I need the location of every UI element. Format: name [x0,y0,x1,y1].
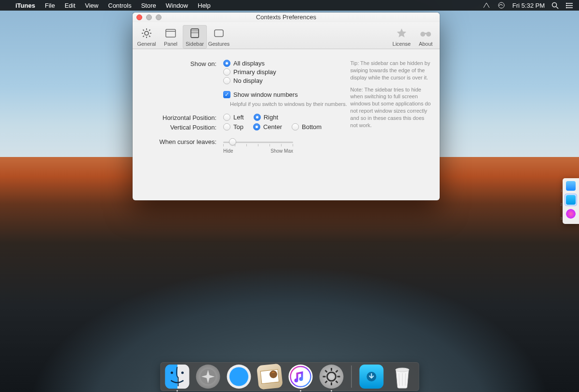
sidebar-icon [189,27,201,39]
trash-icon [392,365,412,389]
radio-vpos-center[interactable]: Center [253,123,282,131]
contexts-item-itunes[interactable]: 3 [565,208,577,220]
tab-license[interactable]: License [390,25,414,49]
tab-label: Panel [164,41,177,47]
svg-point-29 [181,372,184,374]
radio-label: No display [233,77,263,84]
binoculars-icon [419,27,432,39]
tips-panel: Tip: The sidebar can be hidden by swipin… [350,60,431,156]
slider-max-label: Show Max [270,148,293,154]
radio-no-display[interactable]: No display [223,77,276,84]
menubar-item-edit[interactable]: Edit [60,2,80,9]
slider-min-label: Hide [223,148,233,154]
menubar-item-view[interactable]: View [80,2,103,9]
menubar-item-store[interactable]: Store [136,2,161,9]
hpos-label: Horizontal Position: [141,114,223,121]
radio-dot-icon [223,114,230,121]
checkbox-label: Show window numbers [233,91,298,98]
radio-dot-icon [254,114,261,121]
creative-cloud-icon[interactable] [497,2,506,9]
radio-dot-icon [223,123,230,131]
contexts-item-finder[interactable]: 1 [565,180,577,192]
radio-primary-display[interactable]: Primary display [223,68,276,76]
menubar-item-help[interactable]: Help [193,2,215,9]
dock-downloads[interactable] [359,365,383,389]
dock-itunes[interactable] [288,365,312,389]
svg-line-45 [336,370,337,372]
radio-vpos-bottom[interactable]: Bottom [292,123,322,131]
svg-point-7 [566,5,567,6]
svg-rect-26 [424,33,427,34]
notification-center-icon[interactable] [566,2,573,9]
contexts-sidebar[interactable]: 1 2 3 [563,178,579,224]
dock-launchpad[interactable] [196,365,220,389]
svg-line-17 [149,30,150,31]
menubar-item-controls[interactable]: Controls [103,2,136,9]
dock-mail[interactable] [256,364,283,390]
downloads-icon [364,369,378,384]
radio-label: Bottom [302,123,322,131]
tab-label: Gestures [208,41,230,47]
radio-all-displays[interactable]: All displays [223,60,276,67]
tab-panel[interactable]: Panel [159,25,183,49]
radio-hpos-left[interactable]: Left [223,114,244,121]
radio-dot-icon [223,60,230,67]
running-indicator-icon [176,390,178,392]
show-on-label: Show on: [141,60,223,67]
window-minimize-button[interactable] [146,14,152,20]
contexts-item-contexts[interactable]: 2 [565,194,577,206]
preferences-window: Contexts Preferences General Panel Sideb… [133,13,440,200]
tab-sidebar[interactable]: Sidebar [183,25,207,49]
panel-icon [164,27,177,39]
svg-rect-20 [191,29,199,38]
menubar: iTunes File Edit View Controls Store Win… [0,0,579,11]
radio-hpos-right[interactable]: Right [254,114,278,121]
finder-icon [165,365,189,389]
dock-finder[interactable] [165,365,189,389]
slider-thumb[interactable] [229,138,236,145]
window-title: Contexts Preferences [256,13,316,21]
menu-extra-icon[interactable] [483,2,490,9]
itunes-icon [289,366,311,388]
svg-point-8 [566,7,567,8]
titlebar[interactable]: Contexts Preferences [133,13,440,22]
radio-label: Center [263,123,282,131]
radio-dot-icon [223,68,230,76]
dock-settings[interactable] [319,365,343,389]
svg-line-2 [556,7,558,9]
tab-about[interactable]: About [414,25,438,49]
tab-gestures[interactable]: Gestures [207,25,231,49]
radio-dot-icon [253,123,260,131]
menubar-app[interactable]: iTunes [11,2,40,9]
svg-point-47 [395,368,409,372]
tab-general[interactable]: General [135,25,159,49]
radio-dot-icon [292,123,299,131]
window-zoom-button[interactable] [156,14,162,20]
svg-point-28 [171,372,173,374]
svg-line-44 [325,381,327,383]
svg-point-1 [552,2,557,7]
spotlight-icon[interactable] [552,2,559,9]
menubar-item-window[interactable]: Window [161,2,193,9]
window-number: 2 [560,202,562,207]
radio-label: Left [233,114,244,121]
running-indicator-icon [300,390,301,392]
svg-point-6 [566,2,567,3]
radio-vpos-top[interactable]: Top [223,123,243,131]
dock-safari[interactable] [227,365,251,389]
radio-label: All displays [233,60,265,67]
window-close-button[interactable] [136,14,142,20]
dock-trash[interactable] [390,365,414,389]
preferences-toolbar: General Panel Sidebar Gestures License [133,22,440,49]
tab-label: General [137,41,156,47]
checkbox-show-numbers[interactable]: ✓ Show window numbers [223,91,298,98]
dock-separator [351,366,351,388]
contexts-app-icon [566,195,576,205]
gear-icon [321,366,342,387]
help-text: Helpful if you switch to windows by thei… [230,101,350,107]
menubar-clock[interactable]: Fri 5:32 PM [512,2,545,9]
menubar-item-file[interactable]: File [40,2,60,9]
svg-line-14 [143,30,144,31]
cursor-label: When cursor leaves: [141,138,223,145]
cursor-slider[interactable]: Hide Show Max [223,138,293,154]
